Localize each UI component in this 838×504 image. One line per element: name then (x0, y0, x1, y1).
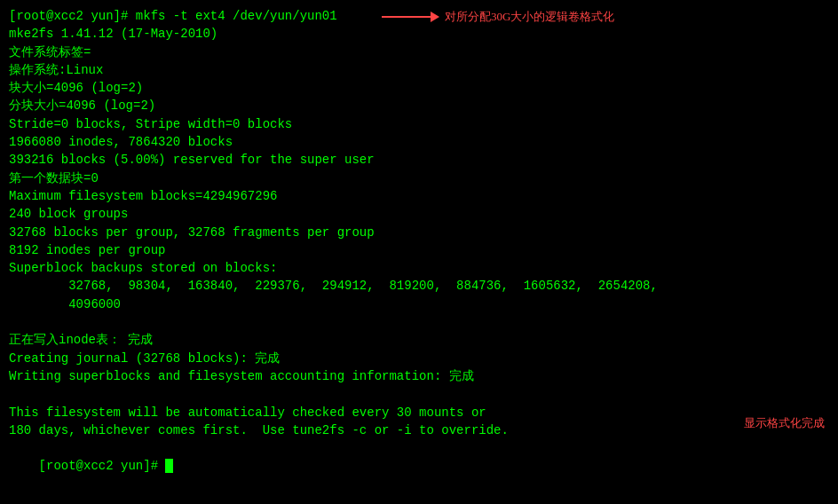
terminal-line-22 (9, 385, 829, 403)
terminal-line-23: This filesystem will be automatically ch… (9, 404, 829, 421)
terminal-line-24: 180 days, whichever comes first. Use tun… (9, 421, 829, 439)
terminal-line-10: 第一个数据块=0 (9, 169, 829, 187)
annotation-top-text: 对所分配30G大小的逻辑卷格式化 (445, 9, 614, 26)
terminal-line-15: Superblock backups stored on blocks: (9, 259, 829, 277)
terminal-line-11: Maximum filesystem blocks=4294967296 (9, 187, 829, 205)
annotation-bottom-text: 显示格式化完成 (744, 415, 825, 432)
arrow-head-top (431, 12, 439, 22)
terminal-line-17: 4096000 (9, 295, 829, 313)
arrow-line-top (382, 16, 431, 18)
terminal-line-4: 操作系统:Linux (9, 61, 829, 79)
annotation-top: 对所分配30G大小的逻辑卷格式化 (382, 9, 614, 26)
terminal-line-8: 1966080 inodes, 7864320 blocks (9, 133, 829, 151)
terminal-line-2: mke2fs 1.41.12 (17-May-2010) (9, 25, 829, 43)
terminal-line-14: 8192 inodes per group (9, 241, 829, 259)
terminal-line-20: Creating journal (32768 blocks): 完成 (9, 350, 829, 367)
terminal-line-12: 240 block groups (9, 205, 829, 223)
terminal-line-9: 393216 blocks (5.00%) reserved for the s… (9, 151, 829, 169)
terminal-line-19: 正在写入inode表： 完成 (9, 331, 829, 349)
terminal-cursor (165, 459, 173, 473)
terminal-line-7: Stride=0 blocks, Stripe width=0 blocks (9, 115, 829, 133)
prompt-text: [root@xcc2 yun]# (39, 459, 166, 473)
terminal-line-6: 分块大小=4096 (log=2) (9, 97, 829, 114)
terminal-line-5: 块大小=4096 (log=2) (9, 79, 829, 97)
terminal-line-13: 32768 blocks per group, 32768 fragments … (9, 224, 829, 241)
terminal-line-25: [root@xcc2 yun]# (9, 439, 829, 493)
terminal-line-18 (9, 313, 829, 331)
terminal-line-21: Writing superblocks and filesystem accou… (9, 367, 829, 385)
terminal-line-3: 文件系统标签= (9, 43, 829, 61)
terminal: 对所分配30G大小的逻辑卷格式化 [root@xcc2 yun]# mkfs -… (0, 0, 838, 504)
annotation-bottom: 显示格式化完成 (744, 415, 825, 432)
terminal-line-16: 32768, 98304, 163840, 229376, 294912, 81… (9, 277, 829, 295)
